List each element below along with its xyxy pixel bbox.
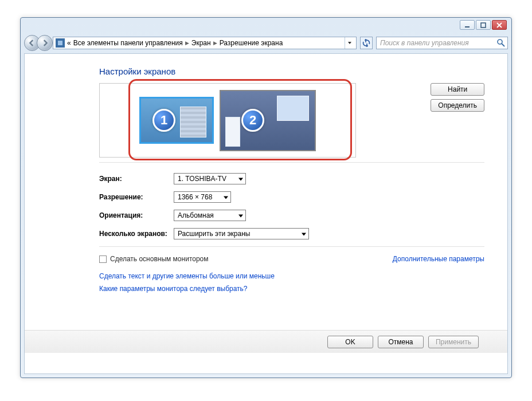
orientation-dropdown[interactable]: Альбомная [174, 210, 246, 221]
svg-rect-3 [58, 41, 62, 45]
text-size-link[interactable]: Сделать текст и другие элементы больше и… [99, 272, 484, 280]
links-section: Сделать текст и другие элементы больше и… [99, 272, 484, 293]
orientation-row: Ориентация: Альбомная [99, 210, 484, 221]
monitor-decoration-icon [225, 117, 240, 147]
display-row: Экран: 1. TOSHIBA-TV [99, 173, 484, 184]
navigation-bar: « Все элементы панели управления ▶ Экран… [24, 35, 508, 51]
make-primary-checkbox[interactable] [99, 255, 107, 263]
make-primary-label: Сделать основным монитором [110, 255, 209, 263]
minimize-button[interactable] [460, 20, 475, 30]
arrange-row: 1 2 Найти Определить [99, 83, 484, 163]
find-button[interactable]: Найти [431, 83, 484, 96]
help-link[interactable]: Какие параметры монитора следует выбрать… [99, 285, 484, 293]
breadcrumb-item-1[interactable]: Все элементы панели управления [73, 39, 183, 47]
page-title: Настройки экранов [99, 66, 484, 76]
content-area: Настройки экранов 1 2 Найти [24, 53, 508, 374]
display-label: Экран: [99, 175, 174, 183]
search-input[interactable] [376, 37, 508, 49]
nav-orbs [24, 35, 49, 51]
resolution-label: Разрешение: [99, 193, 174, 201]
orientation-value: Альбомная [178, 211, 214, 219]
search-wrap [376, 37, 508, 49]
orientation-label: Ориентация: [99, 211, 174, 219]
window-controls [460, 20, 507, 30]
cancel-button[interactable]: Отмена [378, 336, 424, 348]
apply-button[interactable]: Применить [428, 336, 479, 348]
monitor-2[interactable]: 2 [220, 90, 316, 151]
resolution-value: 1366 × 768 [178, 193, 212, 201]
svg-point-4 [498, 40, 502, 44]
multiple-displays-row: Несколько экранов: Расширить эти экраны [99, 228, 484, 239]
chevron-right-icon: ▶ [213, 40, 217, 46]
multiple-displays-value: Расширить эти экраны [178, 230, 250, 238]
monitor-decoration-icon [277, 96, 309, 121]
monitor-decoration-icon [180, 107, 206, 137]
display-value: 1. TOSHIBA-TV [178, 175, 226, 183]
search-icon[interactable] [496, 38, 506, 48]
chevron-right-icon: ▶ [185, 40, 189, 46]
svg-line-5 [502, 44, 504, 46]
refresh-button[interactable] [360, 37, 373, 49]
monitor-number-badge: 2 [241, 109, 264, 132]
multiple-displays-dropdown[interactable]: Расширить эти экраны [174, 228, 309, 239]
resolution-dropdown[interactable]: 1366 × 768 [174, 191, 231, 203]
display-arrangement-panel[interactable]: 1 2 [99, 83, 356, 158]
breadcrumb-prefix: « [67, 39, 71, 47]
monitor-number-badge: 1 [152, 109, 175, 132]
multiple-displays-label: Несколько экранов: [99, 230, 174, 238]
display-dropdown[interactable]: 1. TOSHIBA-TV [174, 173, 246, 184]
svg-rect-0 [465, 26, 470, 27]
make-primary-row: Сделать основным монитором Дополнительны… [99, 246, 484, 263]
identify-button[interactable]: Определить [431, 99, 484, 112]
control-panel-icon [56, 38, 65, 48]
close-button[interactable] [492, 20, 507, 30]
ok-button[interactable]: OK [327, 336, 373, 348]
svg-rect-1 [481, 23, 486, 27]
breadcrumb[interactable]: « Все элементы панели управления ▶ Экран… [53, 37, 357, 49]
monitor-1[interactable]: 1 [139, 97, 214, 144]
breadcrumb-dropdown-icon[interactable] [345, 37, 354, 49]
action-bar: OK Отмена Применить [25, 330, 507, 353]
maximize-button[interactable] [476, 20, 491, 30]
breadcrumb-item-2[interactable]: Экран [191, 39, 211, 47]
forward-button[interactable] [37, 35, 53, 51]
breadcrumb-item-3[interactable]: Разрешение экрана [220, 39, 283, 47]
resolution-row: Разрешение: 1366 × 768 [99, 191, 484, 203]
advanced-settings-link[interactable]: Дополнительные параметры [393, 255, 484, 263]
window-frame: « Все элементы панели управления ▶ Экран… [20, 17, 512, 378]
